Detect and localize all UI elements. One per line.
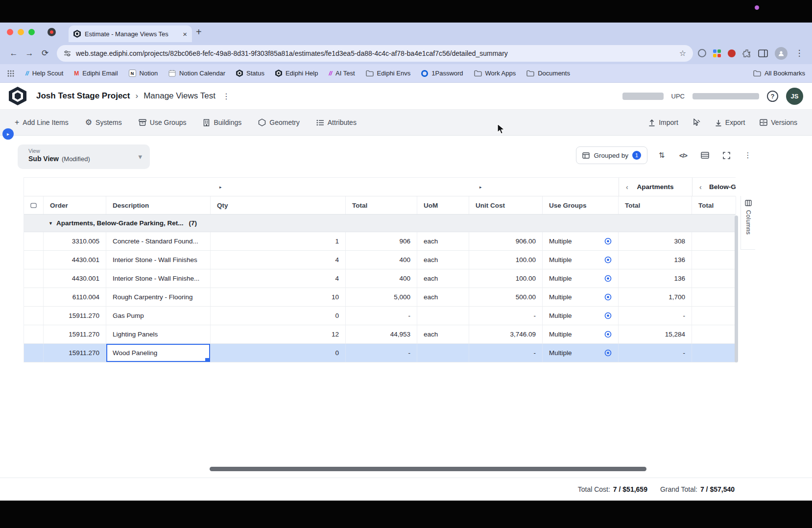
cell-description[interactable]: Lighting Panels <box>106 325 211 343</box>
use-groups-button[interactable]: Use Groups <box>139 119 187 126</box>
header-unit-cost[interactable]: Unit Cost <box>469 196 543 214</box>
bookmark-status[interactable]: Status <box>236 70 264 77</box>
annotate-pointer-button[interactable] <box>693 119 700 126</box>
cell-description[interactable]: Interior Stone - Wall Finishes <box>106 251 211 269</box>
buildings-button[interactable]: Buildings <box>203 119 241 126</box>
cell-below-total[interactable] <box>692 269 736 288</box>
cell-order[interactable]: 3310.005 <box>44 232 106 250</box>
all-bookmarks-button[interactable]: All Bookmarks <box>753 70 805 77</box>
profile-avatar[interactable] <box>775 47 788 60</box>
forward-icon[interactable]: → <box>22 48 37 58</box>
extension-icon[interactable] <box>713 49 721 57</box>
browser-menu-kebab-icon[interactable]: ⋮ <box>794 48 804 58</box>
zoom-window-button[interactable] <box>28 29 35 35</box>
back-icon[interactable]: ← <box>6 48 22 58</box>
section-apartments[interactable]: ‹ Apartments <box>619 178 692 196</box>
cell-description[interactable]: Concrete - Standard Found... <box>106 232 211 250</box>
section-below-grade[interactable]: ‹ Below-G <box>692 178 736 196</box>
view-selector[interactable]: View Sub View (Modified) ▾ <box>18 144 150 169</box>
cell-order[interactable]: 15911.270 <box>44 325 106 343</box>
header-qty[interactable]: Qty <box>211 196 346 214</box>
browser-tab[interactable]: Estimate - Manage Views Tes × <box>69 25 192 42</box>
cell-apartments-total[interactable]: - <box>619 344 692 362</box>
cell-uom[interactable]: each <box>417 251 469 269</box>
cell-uom[interactable]: each <box>417 288 469 306</box>
row-density-button[interactable] <box>697 148 712 163</box>
new-tab-button[interactable]: + <box>196 26 202 38</box>
grouped-by-button[interactable]: Grouped by 1 <box>576 146 647 164</box>
cell-uom[interactable] <box>417 307 469 325</box>
cell-description[interactable]: Gas Pump <box>106 307 211 325</box>
cell-below-total[interactable] <box>692 344 736 362</box>
use-groups-target-icon[interactable] <box>604 312 612 319</box>
cell-total[interactable]: 400 <box>346 269 417 288</box>
cell-below-total[interactable] <box>692 307 736 325</box>
header-order[interactable]: Order <box>44 196 106 214</box>
code-view-button[interactable]: </> <box>676 148 691 163</box>
cell-description[interactable]: Rough Carpentry - Flooring <box>106 288 211 306</box>
cell-qty[interactable]: 4 <box>211 251 346 269</box>
cell-use-groups[interactable]: Multiple <box>543 307 619 325</box>
cell-below-total[interactable] <box>692 288 736 306</box>
cell-unit-cost[interactable]: 906.00 <box>469 232 543 250</box>
cell-apartments-total[interactable]: 308 <box>619 232 692 250</box>
cell-order[interactable]: 15911.270 <box>44 344 106 362</box>
header-total[interactable]: Total <box>346 196 417 214</box>
breadcrumb-project[interactable]: Josh Test Stage Project <box>36 91 130 101</box>
bookmark-ediphi-envs[interactable]: Ediphi Envs <box>366 70 411 77</box>
bookmark-notion[interactable]: N Notion <box>129 70 158 77</box>
reload-icon[interactable]: ⟳ <box>37 48 53 58</box>
breadcrumb-kebab-icon[interactable]: ⋮ <box>222 92 230 101</box>
cell-unit-cost[interactable]: 3,746.09 <box>469 325 543 343</box>
cell-uom[interactable]: each <box>417 232 469 250</box>
close-window-button[interactable] <box>7 29 13 35</box>
cell-apartments-total[interactable]: 136 <box>619 269 692 288</box>
cell-unit-cost[interactable]: - <box>469 344 543 362</box>
cell-apartments-total[interactable]: 136 <box>619 251 692 269</box>
horizontal-scrollbar[interactable] <box>210 467 646 471</box>
more-options-kebab-icon[interactable]: ⋮ <box>740 148 755 163</box>
cell-select[interactable] <box>24 344 44 362</box>
cell-uom[interactable]: each <box>417 325 469 343</box>
cell-description-editing[interactable]: Wood Paneling <box>106 344 211 362</box>
extension-icon[interactable] <box>728 49 736 57</box>
tab-close-icon[interactable]: × <box>183 30 187 38</box>
url-bar[interactable]: web.stage.ediphi.com/projects/82bc06e8-f… <box>57 45 693 62</box>
columns-panel-tab[interactable]: Columns <box>740 196 755 250</box>
cell-use-groups[interactable]: Multiple <box>543 251 619 269</box>
use-groups-target-icon[interactable] <box>604 275 612 282</box>
cell-qty[interactable]: 0 <box>211 307 346 325</box>
cell-select[interactable] <box>24 269 44 288</box>
group-row[interactable]: ▼ Apartments, Below-Grade Parking, Ret..… <box>24 215 736 232</box>
header-apartments-total[interactable]: Total <box>619 196 692 214</box>
cell-select[interactable] <box>24 251 44 269</box>
cell-total[interactable]: - <box>346 344 417 362</box>
extension-icon[interactable] <box>698 49 706 57</box>
header-description[interactable]: Description <box>106 196 211 214</box>
select-all-header[interactable] <box>24 196 44 214</box>
cell-use-groups[interactable]: Multiple <box>543 325 619 343</box>
side-panel-icon[interactable] <box>758 49 768 57</box>
bookmark-work-apps[interactable]: Work Apps <box>474 70 516 77</box>
minimize-window-button[interactable] <box>18 29 24 35</box>
extensions-puzzle-icon[interactable] <box>742 49 751 58</box>
bookmark-ai-test[interactable]: // AI Test <box>329 70 355 77</box>
collapse-chevron-icon[interactable]: ‹ <box>699 183 702 191</box>
cell-qty[interactable]: 4 <box>211 269 346 288</box>
export-button[interactable]: Export <box>715 119 745 126</box>
header-uom[interactable]: UoM <box>417 196 469 214</box>
use-groups-target-icon[interactable] <box>604 238 612 245</box>
cell-apartments-total[interactable]: 1,700 <box>619 288 692 306</box>
cell-qty[interactable]: 10 <box>211 288 346 306</box>
cell-unit-cost[interactable]: 100.00 <box>469 251 543 269</box>
bookmark-ediphi-email[interactable]: M Ediphi Email <box>74 70 118 77</box>
use-groups-target-icon[interactable] <box>604 349 612 357</box>
sidebar-expand-toggle[interactable]: ▸ <box>2 128 14 140</box>
cell-unit-cost[interactable]: 100.00 <box>469 269 543 288</box>
use-groups-target-icon[interactable] <box>604 293 612 301</box>
vertical-scrollbar[interactable] <box>735 216 738 362</box>
collapse-chevron-icon[interactable]: ‹ <box>626 183 628 191</box>
cell-unit-cost[interactable]: - <box>469 307 543 325</box>
cell-description[interactable]: Interior Stone - Wall Finishe... <box>106 269 211 288</box>
header-use-groups[interactable]: Use Groups <box>543 196 619 214</box>
